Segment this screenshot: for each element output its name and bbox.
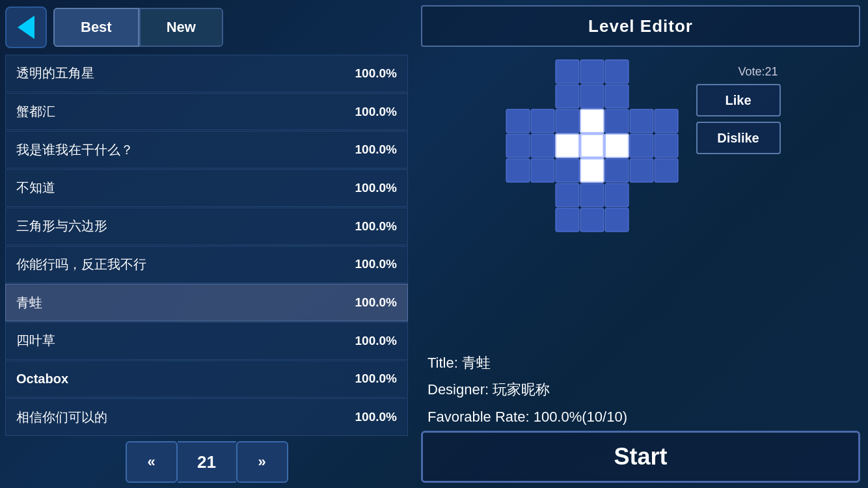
- item-score: 100.0%: [355, 181, 397, 195]
- left-panel: Best New 透明的五角星100.0%蟹都汇100.0%我是谁我在干什么？1…: [0, 0, 413, 488]
- svg-rect-4: [580, 85, 604, 108]
- svg-rect-24: [605, 159, 629, 182]
- item-name: 相信你们可以的: [16, 409, 107, 426]
- list-item[interactable]: 我是谁我在干什么？100.0%: [5, 131, 408, 169]
- list-item[interactable]: Octabox100.0%: [5, 360, 408, 398]
- right-panel: Level Editor: [413, 0, 868, 488]
- list-item[interactable]: 你能行吗，反正我不行100.0%: [5, 246, 408, 284]
- grid-preview: [501, 59, 683, 247]
- level-list: 透明的五角星100.0%蟹都汇100.0%我是谁我在干什么？100.0%不知道1…: [5, 55, 408, 436]
- svg-rect-15: [556, 134, 579, 157]
- svg-rect-11: [630, 109, 653, 133]
- svg-rect-25: [630, 159, 653, 182]
- item-score: 100.0%: [355, 372, 397, 386]
- svg-rect-10: [605, 109, 629, 133]
- level-designer-row: Designer: 玩家昵称: [427, 376, 860, 403]
- svg-rect-26: [655, 159, 678, 182]
- svg-rect-7: [531, 109, 554, 133]
- svg-rect-31: [580, 208, 604, 232]
- svg-rect-17: [605, 134, 629, 157]
- list-item[interactable]: 透明的五角星100.0%: [5, 55, 408, 92]
- list-item[interactable]: 四叶草100.0%: [5, 322, 408, 360]
- svg-rect-8: [556, 109, 579, 133]
- svg-rect-23: [580, 159, 604, 182]
- start-button[interactable]: Start: [421, 431, 860, 483]
- item-name: 不知道: [16, 179, 55, 197]
- svg-rect-21: [531, 159, 554, 182]
- preview-area: Vote:21 Like Dislike: [421, 59, 860, 336]
- svg-rect-27: [556, 183, 579, 207]
- svg-rect-32: [605, 208, 629, 232]
- svg-rect-20: [506, 159, 530, 182]
- item-score: 100.0%: [355, 219, 397, 234]
- item-name: 我是谁我在干什么？: [16, 141, 133, 159]
- vote-section: Vote:21 Like Dislike: [696, 65, 781, 154]
- svg-rect-6: [506, 109, 530, 133]
- svg-rect-29: [605, 183, 629, 207]
- top-bar: Best New: [5, 5, 408, 49]
- page-number: 21: [178, 441, 236, 483]
- level-grid-svg: [501, 59, 683, 247]
- designer-value: 玩家昵称: [493, 381, 550, 398]
- svg-rect-14: [531, 134, 554, 157]
- level-editor-title: Level Editor: [421, 5, 860, 47]
- level-info: Title: 青蛙 Designer: 玩家昵称 Favorable Rate:…: [421, 349, 860, 431]
- tab-group: Best New: [53, 8, 223, 47]
- svg-rect-16: [580, 134, 604, 157]
- dislike-button[interactable]: Dislike: [696, 122, 781, 154]
- designer-label: Designer:: [427, 381, 489, 398]
- rate-value: 100.0%(10/10): [534, 409, 627, 425]
- list-item[interactable]: 不知道100.0%: [5, 169, 408, 207]
- svg-rect-28: [580, 183, 604, 207]
- list-item[interactable]: 蟹都汇100.0%: [5, 93, 408, 131]
- level-rate-row: Favorable Rate: 100.0%(10/10): [427, 403, 860, 431]
- item-name: 青蛙: [16, 294, 42, 312]
- item-name: 三角形与六边形: [16, 217, 107, 235]
- svg-rect-22: [556, 159, 579, 182]
- item-name: 蟹都汇: [16, 103, 55, 120]
- title-value: 青蛙: [462, 355, 491, 371]
- list-item[interactable]: 三角形与六边形100.0%: [5, 208, 408, 245]
- pagination: « 21 »: [5, 441, 408, 483]
- tab-best[interactable]: Best: [53, 8, 139, 47]
- svg-rect-5: [605, 85, 629, 108]
- item-score: 100.0%: [355, 105, 397, 119]
- item-name: Octabox: [16, 372, 68, 386]
- svg-rect-30: [556, 208, 579, 232]
- svg-rect-0: [556, 60, 579, 83]
- svg-rect-19: [655, 134, 678, 157]
- next-page-button[interactable]: »: [236, 441, 288, 483]
- svg-rect-9: [580, 109, 604, 133]
- list-item[interactable]: 相信你们可以的100.0%: [5, 398, 408, 436]
- item-score: 100.0%: [355, 257, 397, 271]
- tab-new[interactable]: New: [139, 8, 223, 47]
- svg-rect-18: [630, 134, 653, 157]
- svg-rect-13: [506, 134, 530, 157]
- svg-rect-12: [655, 109, 678, 133]
- svg-rect-1: [580, 60, 604, 83]
- item-name: 四叶草: [16, 332, 55, 349]
- like-button[interactable]: Like: [696, 84, 781, 116]
- level-title-row: Title: 青蛙: [427, 349, 860, 377]
- item-score: 100.0%: [355, 410, 397, 424]
- back-button[interactable]: [5, 7, 47, 48]
- svg-rect-3: [556, 85, 579, 108]
- item-name: 你能行吗，反正我不行: [16, 256, 146, 273]
- back-arrow-icon: [18, 16, 34, 39]
- svg-rect-2: [605, 60, 629, 83]
- vote-count: Vote:21: [738, 65, 780, 79]
- title-label: Title:: [427, 355, 458, 371]
- item-score: 100.0%: [355, 334, 397, 348]
- rate-label: Favorable Rate:: [427, 409, 530, 425]
- item-name: 透明的五角星: [16, 64, 94, 82]
- list-item[interactable]: 青蛙100.0%: [5, 284, 408, 321]
- item-score: 100.0%: [355, 142, 397, 157]
- item-score: 100.0%: [355, 295, 397, 310]
- item-score: 100.0%: [355, 66, 397, 81]
- prev-page-button[interactable]: «: [126, 441, 178, 483]
